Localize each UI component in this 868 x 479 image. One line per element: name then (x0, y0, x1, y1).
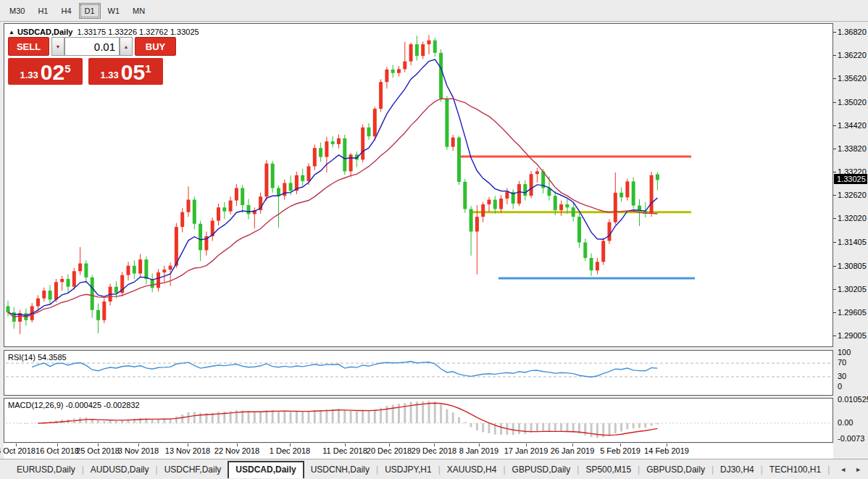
price-axis-tick (833, 149, 836, 149)
sell-button[interactable]: SELL (8, 37, 49, 56)
price-axis-tick (833, 32, 836, 33)
chart-title: ▲USDCAD,Daily 1.33175 1.33226 1.32762 1.… (9, 28, 199, 36)
chart-tab-usdchf-daily[interactable]: USDCHF,Daily (158, 462, 228, 478)
date-axis[interactable]: 6 Oct 201816 Oct 201825 Oct 20183 Nov 20… (4, 443, 833, 459)
buy-price-pip: 1 (145, 62, 151, 75)
sell-price-main: 02 (41, 62, 64, 83)
price-axis-tick (833, 242, 836, 243)
price-axis-tick (833, 55, 836, 56)
buy-price-main: 05 (121, 62, 145, 83)
timeframe-toolbar: M30H1H4D1W1MN (0, 0, 868, 22)
date-axis-label: 1 Dec 2018 (270, 446, 310, 455)
chevron-down-icon: ▼ (56, 44, 61, 49)
price-axis-label: 1.36820 (838, 28, 867, 36)
price-axis-label: 1.30205 (838, 285, 867, 293)
chart-ohlc-values: 1.33175 1.33226 1.32762 1.33025 (77, 28, 199, 36)
price-axis-label: 1.34420 (838, 121, 867, 130)
date-axis-label: 22 Nov 2018 (214, 446, 259, 455)
price-axis-label: 1.35020 (838, 98, 867, 107)
price-axis-tick (833, 102, 836, 103)
timeframe-button-h1[interactable]: H1 (32, 3, 54, 19)
buy-price-box[interactable]: 1.33 05 1 (88, 58, 163, 85)
chart-symbol-label: USDCAD,Daily (17, 28, 72, 36)
price-axis-label: 1.35620 (838, 74, 867, 83)
date-axis-label: 29 Dec 2018 (412, 446, 456, 455)
date-axis-label: 16 Oct 2018 (36, 446, 79, 455)
date-axis-label: 17 Jan 2019 (504, 446, 548, 455)
date-axis-label: 8 Jan 2019 (459, 446, 498, 455)
price-axis-label: 1.32620 (838, 191, 867, 199)
buy-button[interactable]: BUY (135, 37, 176, 56)
rsi-scale-label: 0 (838, 382, 842, 391)
rsi-plot (4, 351, 832, 395)
chart-tab-sp500-m15[interactable]: SP500,M15 (579, 462, 638, 478)
chart-tab-tech100-h1[interactable]: TECH100,H1 (763, 462, 827, 478)
chart-tab-gbpusd-daily[interactable]: GBPUSD,Daily (506, 462, 577, 478)
timeframe-button-m30[interactable]: M30 (4, 3, 30, 19)
rsi-label: RSI(14) 54.3585 (8, 353, 67, 362)
price-axis-label: 1.36220 (838, 51, 867, 59)
chart-tab-bar: EURUSD,Daily|AUDUSD,Daily|USDCHF,DailyUS… (0, 459, 868, 479)
price-axis-tick (833, 125, 836, 126)
price-axis-tick (833, 336, 836, 336)
timeframe-button-w1[interactable]: W1 (102, 3, 126, 19)
rsi-indicator-pane[interactable]: RSI(14) 54.3585 (4, 350, 833, 396)
price-axis-tick (833, 218, 836, 219)
current-price-badge: 1.33025 (834, 174, 867, 184)
price-axis-label: 1.30805 (838, 262, 867, 270)
volume-decrease-button[interactable]: ▼ (51, 37, 64, 56)
date-axis-label: 3 Nov 2018 (118, 446, 159, 455)
date-axis-label: 13 Nov 2018 (165, 446, 210, 455)
date-axis-label: 5 Feb 2019 (600, 446, 640, 455)
rsi-scale-label: 100 (838, 348, 851, 357)
buy-price-prefix: 1.33 (100, 70, 118, 80)
chart-tab-usdcnh-daily[interactable]: USDCNH,Daily (304, 462, 376, 478)
macd-label: MACD(12,26,9) -0.000425 -0.002832 (8, 401, 140, 409)
chart-tab-usdjpy-h1[interactable]: USDJPY,H1 (378, 462, 438, 478)
tab-scroll-left-button[interactable]: ◄ (835, 465, 851, 475)
price-axis-tick (833, 172, 836, 172)
chart-tab-gbpusd-daily[interactable]: GBPUSD,Daily (640, 462, 711, 478)
timeframe-button-d1[interactable]: D1 (79, 3, 101, 19)
chart-tab-xauusd-h4[interactable]: XAUUSD,H4 (441, 462, 504, 478)
collapse-panel-icon[interactable]: ▲ (9, 29, 14, 36)
main-chart-pane[interactable]: ▲USDCAD,Daily 1.33175 1.33226 1.32762 1.… (4, 23, 833, 347)
timeframe-button-h4[interactable]: H4 (55, 3, 77, 19)
rsi-scale-label: 70 (838, 358, 846, 367)
sell-price-pip: 5 (64, 62, 70, 75)
macd-scale-label: 0.010525 (838, 395, 868, 404)
rsi-scale-label: 30 (838, 372, 846, 380)
chart-tab-dj30-h4[interactable]: DJ30,H4 (714, 462, 761, 478)
date-axis-label: 14 Feb 2019 (644, 446, 689, 455)
sell-price-box[interactable]: 1.33 02 5 (8, 58, 83, 85)
chart-tab-usdcad-daily[interactable]: USDCAD,Daily (228, 461, 304, 478)
tab-scroll-right-button[interactable]: ► (851, 465, 866, 475)
price-axis-label: 1.31405 (838, 238, 867, 246)
chevron-up-icon: ▲ (124, 44, 129, 49)
volume-increase-button[interactable]: ▲ (120, 37, 133, 56)
price-axis-tick (833, 195, 836, 196)
date-axis-label: 11 Dec 2018 (322, 446, 367, 455)
price-axis-tick (833, 78, 836, 79)
tab-separator: | (827, 465, 830, 475)
chart-tab-audusd-daily[interactable]: AUDUSD,Daily (84, 462, 156, 478)
price-axis-label: 1.32020 (838, 214, 867, 222)
price-axis-label: 1.29005 (838, 331, 867, 340)
sell-price-prefix: 1.33 (20, 70, 38, 80)
macd-scale-label: -0.0073 (838, 434, 864, 443)
price-axis[interactable]: 1.368201.362201.356201.350201.344201.338… (833, 23, 868, 458)
macd-indicator-pane[interactable]: MACD(12,26,9) -0.000425 -0.002832 (4, 398, 833, 443)
volume-input[interactable] (64, 37, 120, 56)
chart-tab-eurusd-daily[interactable]: EURUSD,Daily (10, 462, 82, 478)
one-click-trade-panel: SELL ▼ ▲ BUY 1.33 02 5 1.33 05 1 (8, 37, 176, 85)
price-axis-label: 1.33820 (838, 144, 867, 153)
rsi-line (32, 362, 657, 377)
price-axis-tick (833, 289, 836, 290)
date-axis-label: 20 Dec 2018 (367, 446, 412, 455)
macd-scale-label: 0.00 (838, 418, 853, 427)
date-axis-label: 26 Jan 2019 (551, 446, 595, 455)
tab-scroll-controls: |◄► (827, 465, 868, 475)
price-axis-label: 1.29605 (838, 308, 867, 317)
date-axis-label: 25 Oct 2018 (76, 446, 120, 455)
timeframe-button-mn[interactable]: MN (127, 3, 151, 19)
